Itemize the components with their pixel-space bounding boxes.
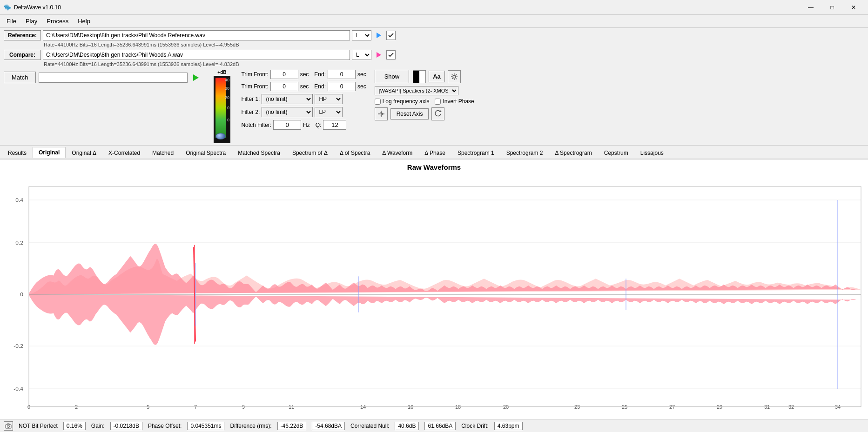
trim-front-sec: sec — [300, 71, 309, 78]
device-row: [WASAPI] Speakers (2- XMOS XS1-U8 D — [375, 86, 474, 95]
svg-marker-0 — [377, 33, 381, 38]
compare-row: Compare: LR — [4, 49, 864, 60]
reference-checkbox[interactable] — [386, 31, 396, 40]
font-button[interactable]: Aa — [429, 71, 445, 82]
chart-title: Raw Waveforms — [0, 160, 868, 173]
notch-row: Notch Filter: Hz Q: — [241, 120, 366, 130]
menu-help[interactable]: Help — [73, 16, 95, 27]
rightmost-controls: Show Aa — [375, 70, 474, 120]
menu-process[interactable]: Process — [42, 16, 73, 27]
contrast-icon[interactable] — [413, 70, 426, 83]
tab-lissajous[interactable]: Lissajous — [634, 147, 670, 158]
svg-text:34: 34 — [835, 405, 841, 410]
svg-text:-0.4: -0.4 — [13, 385, 23, 392]
trim-end-input[interactable] — [328, 70, 356, 79]
compare-channel-select[interactable]: LR — [352, 50, 371, 60]
minimize-button[interactable]: — — [800, 0, 821, 15]
show-button[interactable]: Show — [375, 70, 410, 83]
menubar: File Play Process Help — [0, 15, 868, 28]
menu-play[interactable]: Play — [21, 16, 42, 27]
compare-path-input[interactable] — [43, 50, 350, 60]
filter2-type-select[interactable]: LPHP — [315, 107, 343, 117]
gear-button[interactable] — [448, 70, 461, 83]
tab-original-delta[interactable]: Original Δ — [66, 147, 102, 158]
notch-q-input[interactable] — [323, 120, 346, 130]
trim-end2-input[interactable] — [328, 82, 356, 91]
vu-tick-30: 30 — [225, 86, 229, 91]
tab-delta-phase[interactable]: Δ Phase — [418, 147, 451, 158]
reference-row: Reference: LR — [4, 30, 864, 41]
svg-line-9 — [456, 78, 457, 79]
tabbar: Results Original Original Δ X-Correlated… — [0, 146, 868, 160]
compare-play-button[interactable] — [373, 49, 384, 60]
svg-text:0: 0 — [20, 291, 23, 298]
log-freq-checkbox[interactable] — [375, 99, 381, 105]
tab-matched[interactable]: Matched — [146, 147, 180, 158]
trim-front2-sec: sec — [300, 83, 309, 90]
svg-text:27: 27 — [669, 405, 675, 410]
svg-text:25: 25 — [622, 405, 627, 410]
tab-spectrogram2[interactable]: Spectrogram 2 — [500, 147, 549, 158]
compare-checkbox[interactable] — [386, 50, 396, 60]
trim-front2-row: Trim Front: sec End: sec — [241, 82, 366, 91]
app-title: DeltaWave v1.0.10 — [14, 4, 800, 11]
diff-a-value: -54.68dBA — [312, 422, 345, 430]
vu-db-label: +dB — [217, 70, 226, 75]
maximize-button[interactable]: □ — [821, 0, 843, 15]
log-freq-label[interactable]: Log frequency axis — [375, 98, 430, 105]
match-play-button[interactable] — [190, 72, 202, 83]
tab-delta-spectra[interactable]: Δ of Spectra — [334, 147, 376, 158]
axis-row: Reset Axis — [375, 107, 474, 120]
notch-hz-input[interactable] — [273, 120, 301, 130]
tab-xcorrelated[interactable]: X-Correlated — [102, 147, 146, 158]
match-button[interactable]: Match — [4, 72, 36, 83]
waveform-svg: 0.4 0.2 0 -0.2 -0.4 0 2 5 7 9 11 14 16 1… — [0, 173, 868, 416]
reference-channel-select[interactable]: LR — [352, 30, 371, 40]
vu-bar: 40 30 20 10 0 — [214, 76, 230, 143]
tab-spectrogram1[interactable]: Spectrogram 1 — [451, 147, 500, 158]
menu-file[interactable]: File — [2, 16, 21, 27]
reference-play-button[interactable] — [373, 30, 384, 41]
trim-front-input[interactable] — [270, 70, 298, 79]
device-select[interactable]: [WASAPI] Speakers (2- XMOS XS1-U8 D — [375, 86, 458, 95]
invert-phase-label[interactable]: Invert Phase — [435, 98, 474, 105]
tab-delta-spectrogram[interactable]: Δ Spectrogram — [549, 147, 598, 158]
vu-pointer — [215, 133, 226, 140]
svg-text:32: 32 — [788, 405, 794, 410]
tab-original[interactable]: Original — [33, 147, 66, 158]
trim-front2-label: Trim Front: — [241, 83, 268, 90]
tab-spectrum-delta[interactable]: Spectrum of Δ — [286, 147, 334, 158]
svg-text:14: 14 — [360, 405, 366, 410]
tab-results[interactable]: Results — [2, 147, 33, 158]
diff-label: Difference (rms): — [230, 423, 271, 429]
gain-value: -0.0218dB — [110, 422, 142, 430]
svg-text:7: 7 — [194, 405, 197, 410]
log-freq-text: Log frequency axis — [383, 98, 430, 105]
window-controls: — □ ✕ — [800, 0, 864, 15]
trim-front2-input[interactable] — [270, 82, 298, 91]
tab-original-spectra[interactable]: Original Spectra — [180, 147, 232, 158]
refresh-button[interactable] — [431, 107, 444, 120]
invert-phase-checkbox[interactable] — [435, 99, 441, 105]
camera-icon[interactable] — [4, 421, 13, 431]
vu-tick-0: 0 — [227, 118, 229, 122]
compare-info: Rate=44100Hz Bits=16 Length=35236.643991… — [44, 61, 864, 67]
crosshair-button[interactable] — [375, 107, 388, 120]
reference-path-input[interactable] — [43, 30, 350, 40]
filter1-type-select[interactable]: HPLP — [315, 94, 343, 104]
reset-axis-button[interactable]: Reset Axis — [390, 108, 429, 120]
filter1-select[interactable]: (no limit) — [262, 94, 313, 104]
vu-tick-40: 40 — [225, 78, 229, 82]
filter2-select[interactable]: (no limit) — [262, 107, 313, 117]
close-button[interactable]: ✕ — [843, 0, 864, 15]
svg-text:2: 2 — [75, 405, 78, 410]
filter2-row: Filter 2: (no limit) LPHP — [241, 107, 366, 117]
diff-value: -46.22dB — [277, 422, 307, 430]
svg-text:16: 16 — [408, 405, 413, 410]
svg-text:29: 29 — [717, 405, 722, 410]
tab-delta-waveform[interactable]: Δ Waveform — [376, 147, 418, 158]
tab-matched-spectra[interactable]: Matched Spectra — [232, 147, 286, 158]
show-row: Show Aa — [375, 70, 474, 83]
svg-text:0.2: 0.2 — [15, 239, 23, 246]
tab-cepstrum[interactable]: Cepstrum — [598, 147, 634, 158]
